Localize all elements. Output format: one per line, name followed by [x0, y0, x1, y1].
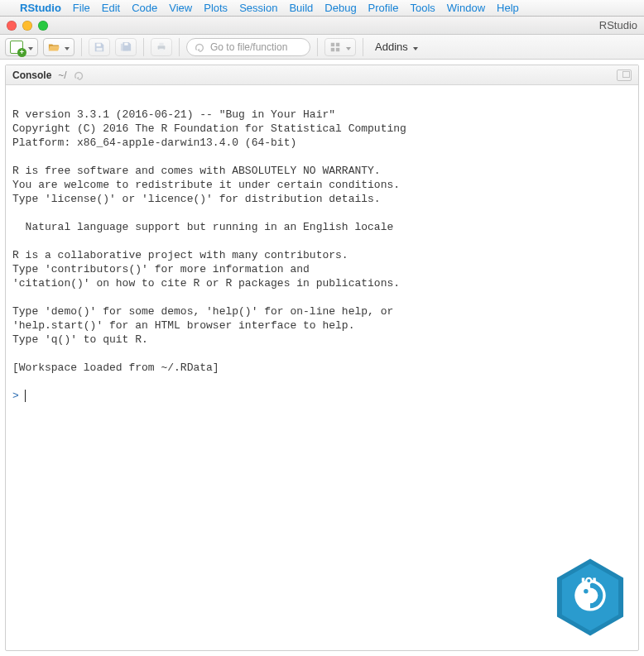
menubar-edit[interactable]: Edit — [102, 2, 120, 14]
window-controls — [7, 21, 48, 31]
close-window-button[interactable] — [7, 21, 17, 31]
menubar-app[interactable]: RStudio — [20, 2, 61, 14]
svg-rect-16 — [582, 578, 584, 582]
mac-menubar: RStudio File Edit Code View Plots Sessio… — [0, 0, 644, 17]
menubar-profile[interactable]: Profile — [368, 2, 399, 14]
menubar-debug[interactable]: Debug — [324, 2, 356, 14]
save-all-icon — [120, 41, 132, 53]
hex-logo-icon — [555, 557, 626, 638]
new-file-icon: + — [10, 41, 23, 54]
window-titlebar: RStudio — [0, 17, 644, 35]
chevron-down-icon — [26, 41, 33, 53]
grid-view-button[interactable] — [324, 38, 356, 56]
toolbar-separator — [179, 38, 180, 56]
print-button[interactable] — [151, 38, 172, 56]
svg-point-15 — [587, 579, 590, 582]
menubar-help[interactable]: Help — [497, 2, 519, 14]
menubar-window[interactable]: Window — [447, 2, 485, 14]
addins-label: Addins — [375, 41, 408, 53]
goto-arrow-icon — [194, 41, 205, 53]
menubar-file[interactable]: File — [73, 2, 90, 14]
console-output[interactable]: R version 3.3.1 (2016-06-21) -- "Bug in … — [6, 85, 638, 650]
open-project-button[interactable] — [43, 38, 74, 56]
svg-rect-17 — [593, 578, 595, 582]
menubar-build[interactable]: Build — [289, 2, 313, 14]
chevron-down-icon — [344, 41, 351, 53]
minimize-window-button[interactable] — [22, 21, 32, 31]
svg-rect-8 — [331, 47, 334, 50]
menubar-session[interactable]: Session — [239, 2, 277, 14]
main-toolbar: + Go to file/function Addins — [0, 35, 644, 60]
save-button[interactable] — [89, 38, 110, 56]
console-panel: Console ~/ R version 3.3.1 (2016-06-21) … — [5, 65, 639, 651]
menubar-view[interactable]: View — [169, 2, 192, 14]
console-header: Console ~/ — [6, 65, 638, 85]
svg-rect-2 — [124, 42, 127, 45]
svg-point-13 — [584, 589, 588, 593]
new-file-button[interactable]: + — [5, 38, 38, 56]
svg-rect-5 — [159, 48, 163, 51]
chevron-down-icon — [411, 41, 418, 53]
save-all-button[interactable] — [115, 38, 137, 56]
goto-dir-icon[interactable] — [74, 69, 85, 81]
toolbar-separator — [143, 38, 144, 56]
menubar-tools[interactable]: Tools — [410, 2, 435, 14]
maximize-panel-button[interactable] — [617, 69, 632, 81]
goto-file-function-input[interactable]: Go to file/function — [186, 38, 310, 56]
svg-rect-0 — [97, 43, 101, 46]
folder-open-icon — [48, 41, 60, 53]
menubar-code[interactable]: Code — [132, 2, 157, 14]
svg-rect-7 — [336, 42, 339, 45]
window-title: RStudio — [599, 19, 637, 31]
console-tab[interactable]: Console — [12, 69, 51, 81]
svg-rect-6 — [331, 42, 334, 45]
svg-rect-9 — [336, 47, 339, 50]
text-cursor — [25, 390, 26, 402]
toolbar-separator — [317, 38, 318, 56]
console-working-dir[interactable]: ~/ — [58, 69, 66, 81]
menubar-plots[interactable]: Plots — [204, 2, 228, 14]
toolbar-separator — [363, 38, 363, 56]
toolbar-separator — [81, 38, 82, 56]
zoom-window-button[interactable] — [38, 21, 48, 31]
grid-icon — [329, 41, 341, 53]
svg-rect-4 — [159, 42, 163, 45]
console-prompt: > — [12, 389, 19, 403]
save-icon — [94, 41, 105, 53]
print-icon — [156, 41, 167, 53]
workspace: Console ~/ R version 3.3.1 (2016-06-21) … — [0, 60, 644, 656]
chevron-down-icon — [62, 41, 70, 53]
addins-menu[interactable]: Addins — [370, 38, 423, 56]
goto-placeholder: Go to file/function — [210, 41, 287, 53]
svg-rect-1 — [97, 47, 103, 50]
